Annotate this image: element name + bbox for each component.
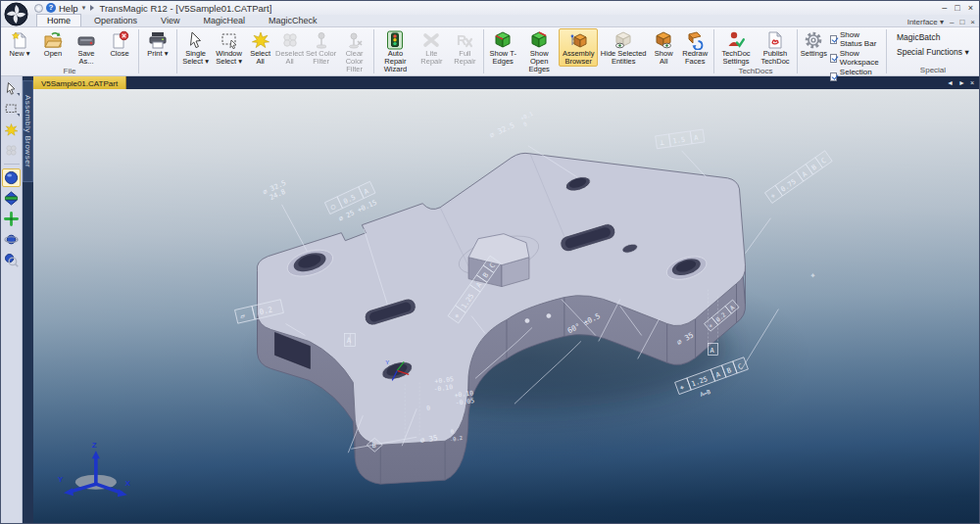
toolbar-zoom-button[interactable]	[2, 251, 21, 269]
tab-close-button[interactable]: ×	[970, 79, 974, 86]
close-button[interactable]: ×	[968, 3, 973, 13]
show-workspace-checkbox[interactable]: Show Workspace	[830, 49, 882, 67]
settings-button[interactable]: Settings	[800, 28, 828, 59]
deselect-dots-icon	[280, 30, 300, 50]
new-button[interactable]: New ▾	[3, 28, 36, 59]
toolbar-deselect-all-button[interactable]	[2, 141, 21, 160]
full-repair-button[interactable]: R Full Repair	[448, 28, 481, 67]
open-button[interactable]: Open	[36, 28, 70, 59]
assembly-browser-tab[interactable]: Assembly Browser	[23, 80, 33, 182]
mdi-minimize-button[interactable]: –	[950, 18, 954, 26]
hide-selected-entities-button[interactable]: Hide Selected Entities	[598, 28, 649, 67]
mdi-restore-button[interactable]: □	[959, 18, 964, 26]
full-repair-rx-icon: R	[455, 30, 474, 50]
toolbar-rotate-button[interactable]	[2, 230, 21, 249]
restore-button[interactable]: □	[955, 3, 959, 13]
save-as-button[interactable]: Save As...	[70, 28, 103, 67]
triad-y-label: Y	[58, 475, 64, 484]
tab-magicheal[interactable]: MagicHeal	[192, 14, 256, 26]
marquee-rect-icon	[220, 30, 239, 50]
toolbar-shaded-view-button[interactable]	[2, 168, 21, 187]
button-label: Close	[110, 50, 128, 58]
ribbon-group-special: MagicBatch Special Functions ▾ Special	[887, 27, 979, 75]
printer-icon	[148, 30, 168, 50]
tab-bar-controls: ◄ ► ×	[947, 76, 979, 89]
show-t-edges-button[interactable]: Show T-Edges	[486, 28, 519, 67]
between-a-b-label: A↔B	[699, 388, 711, 398]
interface-dropdown[interactable]: Interface ▾	[907, 18, 944, 26]
toolbar-pan-button[interactable]	[2, 210, 21, 228]
lite-repair-button[interactable]: Lite Repair	[415, 28, 448, 67]
open-folder-icon	[43, 30, 63, 50]
hole3-upper-tol: +0.1	[519, 111, 533, 121]
toolbar-fit-view-button[interactable]	[2, 189, 21, 208]
group-label-print	[141, 66, 174, 75]
hole3-dim: ⌀ 32.5	[488, 120, 515, 140]
minimize-button[interactable]: –	[942, 3, 947, 13]
special-functions-button[interactable]: Special Functions ▾	[897, 47, 969, 57]
set-color-filter-button[interactable]: Set Color Filter	[305, 28, 338, 67]
new-document-icon	[10, 30, 29, 50]
tab-operations[interactable]: Operations	[83, 14, 148, 26]
button-label: Redraw Faces	[679, 50, 710, 66]
show-open-edges-button[interactable]: Show Open Edges	[519, 28, 559, 74]
3d-canvas[interactable]: Y	[33, 89, 979, 523]
ribbon-group-techdocs: TechDoc Settings Publish TechDoc TechDoc…	[714, 27, 797, 75]
show-status-bar-checkbox[interactable]: Show Status Bar	[830, 30, 882, 48]
show-all-button[interactable]: Show All	[649, 28, 678, 67]
checkbox-checked-icon	[830, 54, 837, 63]
checkbox-checked-icon	[830, 35, 837, 44]
print-button[interactable]: Print ▾	[141, 28, 174, 59]
ribbon-group-print: Print ▾	[139, 27, 176, 75]
magicbatch-button[interactable]: MagicBatch	[897, 32, 969, 42]
toolbar-single-select-button[interactable]	[2, 79, 21, 98]
hide-cube-icon	[613, 30, 633, 50]
tab-view[interactable]: View	[150, 14, 190, 26]
button-label: Show Open Edges	[520, 50, 558, 73]
button-label: Show T-Edges	[487, 50, 518, 66]
flyout-caret-icon	[17, 114, 20, 117]
deselect-all-button[interactable]: Deselect All	[275, 28, 305, 67]
toolbar-window-select-button[interactable]	[2, 100, 21, 119]
gear-icon	[804, 30, 823, 50]
toolbar-select-all-button[interactable]	[2, 120, 21, 139]
close-file-button[interactable]: Close	[103, 28, 136, 59]
tab-scroll-left-button[interactable]: ◄	[947, 79, 954, 86]
techdoc-settings-button[interactable]: TechDoc Settings	[716, 28, 756, 67]
single-select-button[interactable]: Single Select ▾	[179, 28, 213, 67]
clear-color-filter-button[interactable]: Clear Color Filter	[338, 28, 371, 74]
green-cube-open-icon	[529, 30, 549, 50]
app-menu-button[interactable]	[34, 4, 43, 13]
svg-text:R: R	[457, 32, 466, 48]
window-select-button[interactable]: Window Select ▾	[213, 28, 246, 67]
ribbon-tab-row: Home Operations View MagicHeal MagicChec…	[1, 15, 979, 27]
auto-repair-wizard-button[interactable]: Auto Repair Wizard	[375, 28, 415, 74]
mdi-close-button[interactable]: ×	[970, 18, 975, 26]
redraw-faces-button[interactable]: Redraw Faces	[678, 28, 711, 67]
help-icon[interactable]: ?	[46, 3, 56, 13]
ribbon-group-selections: Single Select ▾ Window Select ▾ Select A…	[177, 27, 373, 75]
button-label: Auto Repair Wizard	[376, 50, 414, 73]
assembly-browser-button[interactable]: Assembly Browser	[559, 28, 598, 67]
button-label: Lite Repair	[416, 50, 447, 66]
publish-techdoc-button[interactable]: Publish TechDoc	[756, 28, 795, 67]
document-tab[interactable]: V5Sample01.CATPart	[33, 76, 126, 89]
button-label: Full Repair	[449, 50, 480, 66]
tab-magiccheck[interactable]: MagicCheck	[258, 14, 328, 26]
tab-scroll-right-button[interactable]: ►	[958, 79, 965, 86]
select-all-button[interactable]: Select All	[246, 28, 275, 67]
button-label: Settings	[801, 50, 827, 58]
window-title: TransMagic R12 - [V5Sample01.CATPart]	[100, 3, 272, 14]
app-logo-icon[interactable]	[4, 2, 28, 26]
ribbon-group-browser: Show T-Edges Show Open Edges Assembly Br…	[484, 27, 713, 75]
pin-icon[interactable]	[90, 5, 94, 11]
help-caret-icon[interactable]: ▼	[81, 5, 87, 11]
button-label: TechDoc Settings	[717, 50, 755, 66]
green-cube-icon	[493, 30, 513, 50]
lite-repair-x-icon	[421, 30, 441, 50]
button-label: Assembly Browser	[560, 50, 597, 66]
title-bar: ? Help ▼ TransMagic R12 - [V5Sample01.CA…	[1, 1, 979, 15]
help-button[interactable]: Help	[59, 3, 78, 14]
tab-home[interactable]: Home	[36, 14, 81, 26]
view-orientation-triad[interactable]: Z Y X	[58, 441, 131, 497]
